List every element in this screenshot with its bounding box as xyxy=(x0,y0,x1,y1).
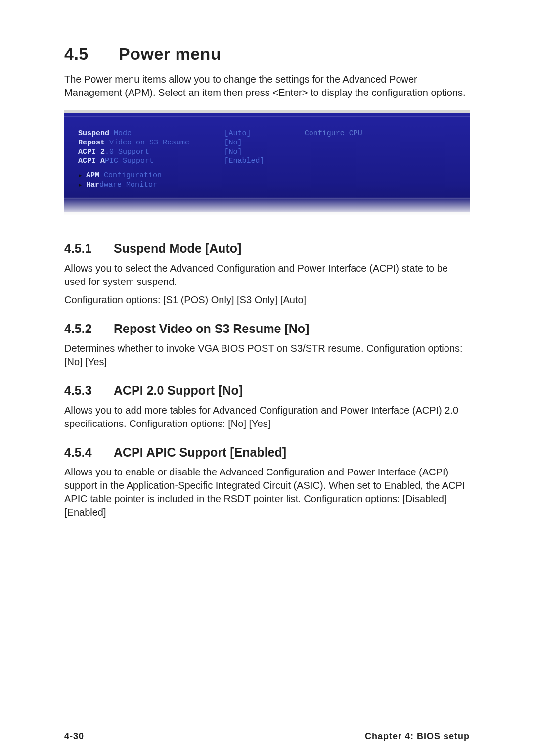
page-footer: 4-30 Chapter 4: BIOS setup xyxy=(64,727,470,742)
page-number: 4-30 xyxy=(64,731,84,742)
bios-item: Repost Video on S3 Resume [No] xyxy=(78,139,300,148)
bios-submenu: ▸ APM Configuration xyxy=(78,171,300,181)
section-number: 4.5 xyxy=(64,45,119,64)
bios-item: ACPI APIC Support [Enabled] xyxy=(78,157,300,166)
arrow-right-icon: ▸ xyxy=(78,181,86,190)
subsection-para: Allows you to add more tables for Advanc… xyxy=(64,404,470,430)
subsection-heading: 4.5.4ACPI APIC Support [Enabled] xyxy=(64,445,470,460)
subsection-heading: 4.5.2Repost Video on S3 Resume [No] xyxy=(64,322,470,336)
subsection-para: Determines whether to invoke VGA BIOS PO… xyxy=(64,342,470,369)
subsection-para: Allows you to enable or disable the Adva… xyxy=(64,466,470,519)
section-intro: The Power menu items allow you to change… xyxy=(64,73,470,99)
subsection-para: Allows you to select the Advanced Config… xyxy=(64,262,470,288)
bios-item: ACPI 2.0 Support [No] xyxy=(78,148,300,157)
bios-menu-left: Suspend Mode [Auto] Repost Video on S3 R… xyxy=(78,129,300,190)
arrow-right-icon: ▸ xyxy=(78,172,86,181)
section-heading: 4.5Power menu xyxy=(64,45,470,64)
subsection-heading: 4.5.1Suspend Mode [Auto] xyxy=(64,241,470,256)
bios-item: Suspend Mode [Auto] xyxy=(78,129,300,139)
subsection-heading: 4.5.3ACPI 2.0 Support [No] xyxy=(64,383,470,398)
chapter-label: Chapter 4: BIOS setup xyxy=(365,731,470,742)
subsection-para: Configuration options: [S1 (POS) Only] [… xyxy=(64,293,470,307)
bios-submenu: ▸ Hardware Monitor xyxy=(78,181,300,190)
bios-help-text: Configure CPU xyxy=(305,129,460,138)
section-title-text: Power menu xyxy=(119,45,221,63)
bios-screenshot: Suspend Mode [Auto] Repost Video on S3 R… xyxy=(64,110,470,215)
